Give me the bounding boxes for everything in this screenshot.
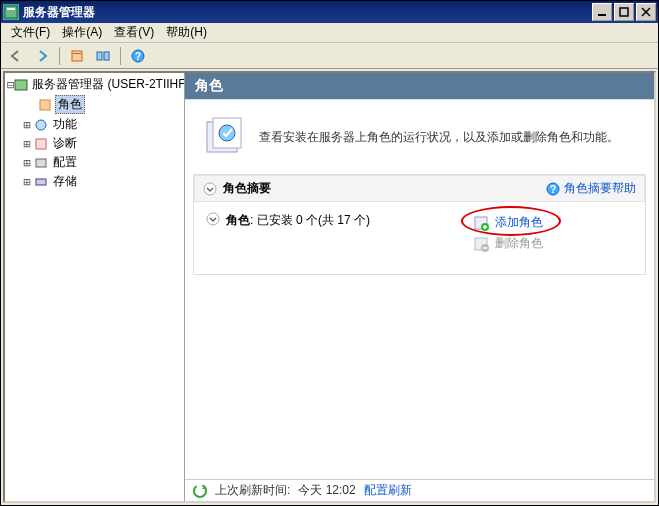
statusbar: 上次刷新时间: 今天 12:02 配置刷新	[185, 479, 654, 501]
tree-item-features[interactable]: ⊞ 功能	[5, 115, 184, 134]
svg-rect-8	[97, 52, 102, 60]
add-role-action[interactable]: 添加角色	[473, 212, 633, 233]
expand-icon[interactable]: ⊞	[21, 137, 33, 151]
minimize-button[interactable]	[592, 3, 612, 21]
section-title: 角色摘要	[223, 180, 271, 197]
svg-point-29	[194, 485, 206, 497]
tree-item-roles[interactable]: 角色	[5, 94, 184, 115]
remove-role-link: 删除角色	[495, 235, 543, 252]
nav-forward-button[interactable]	[31, 45, 53, 67]
svg-rect-9	[104, 52, 109, 60]
menu-file[interactable]: 文件(F)	[5, 22, 56, 43]
expand-icon[interactable]: ⊟	[7, 78, 14, 92]
section-help-link[interactable]: 角色摘要帮助	[564, 180, 636, 197]
svg-rect-3	[620, 8, 628, 16]
svg-point-21	[204, 183, 216, 195]
add-role-link[interactable]: 添加角色	[495, 214, 543, 231]
configure-refresh-link[interactable]: 配置刷新	[364, 482, 412, 499]
intro-text: 查看安装在服务器上角色的运行状况，以及添加或删除角色和功能。	[259, 129, 619, 146]
tree-item-storage[interactable]: ⊞ 存储	[5, 172, 184, 191]
svg-rect-16	[36, 159, 46, 167]
roles-label: 角色	[226, 213, 250, 227]
tree-pane: ⊟ 服务器管理器 (USER-2TIIHF 角色 ⊞ 功能 ⊞ 诊断 ⊞	[5, 73, 185, 501]
collapse-icon[interactable]	[203, 182, 217, 196]
window-title: 服务器管理器	[23, 4, 592, 21]
tree-root-label: 服务器管理器 (USER-2TIIHF	[30, 76, 185, 93]
tree-root[interactable]: ⊟ 服务器管理器 (USER-2TIIHF	[5, 75, 184, 94]
collapse-icon[interactable]	[206, 212, 220, 226]
tree-label-roles: 角色	[55, 95, 85, 114]
svg-rect-7	[73, 53, 81, 54]
help-icon: ?	[546, 182, 560, 196]
nav-back-button[interactable]	[5, 45, 27, 67]
menu-view[interactable]: 查看(V)	[108, 22, 160, 43]
menu-action[interactable]: 操作(A)	[56, 22, 108, 43]
svg-text:?: ?	[550, 184, 556, 195]
remove-role-action: 删除角色	[473, 233, 633, 254]
tree-label-config: 配置	[51, 154, 79, 171]
maximize-button[interactable]	[614, 3, 634, 21]
roles-status: 已安装 0 个(共 17 个)	[257, 213, 370, 227]
toolbar-help-button[interactable]: ?	[127, 45, 149, 67]
svg-rect-13	[40, 100, 50, 110]
add-icon	[473, 215, 489, 231]
tree-label-diagnostics: 诊断	[51, 135, 79, 152]
tree-item-diagnostics[interactable]: ⊞ 诊断	[5, 134, 184, 153]
expand-icon[interactable]: ⊞	[21, 175, 33, 189]
svg-rect-2	[598, 14, 606, 16]
expand-icon[interactable]: ⊞	[21, 118, 33, 132]
svg-text:?: ?	[135, 51, 141, 62]
main-pane: 角色 查看安装在服务器上角色的运行状况，以及添加或删除角色和功能。 角色摘要	[185, 73, 654, 501]
status-label: 上次刷新时间:	[215, 482, 290, 499]
remove-icon	[473, 236, 489, 252]
diagnostics-icon	[33, 136, 49, 152]
app-icon	[3, 4, 19, 20]
roles-large-icon	[203, 116, 245, 158]
expand-icon[interactable]: ⊞	[21, 156, 33, 170]
toolbar: ?	[1, 43, 658, 69]
toolbar-refresh-button[interactable]	[92, 45, 114, 67]
storage-icon	[33, 174, 49, 190]
svg-rect-15	[36, 139, 46, 149]
tree-item-config[interactable]: ⊞ 配置	[5, 153, 184, 172]
status-time: 今天 12:02	[298, 482, 355, 499]
svg-rect-0	[5, 6, 17, 18]
svg-point-14	[36, 120, 46, 130]
roles-summary-section: 角色摘要 ? 角色摘要帮助 角色:	[193, 174, 646, 275]
tree-label-features: 功能	[51, 116, 79, 133]
refresh-status-icon	[193, 484, 207, 498]
svg-rect-12	[15, 80, 27, 90]
svg-rect-1	[7, 8, 15, 10]
svg-point-20	[219, 125, 235, 141]
titlebar: 服务器管理器	[1, 1, 658, 23]
main-header: 角色	[185, 73, 654, 99]
close-button[interactable]	[636, 3, 656, 21]
toolbar-properties-button[interactable]	[66, 45, 88, 67]
server-icon	[14, 77, 28, 93]
tree-label-storage: 存储	[51, 173, 79, 190]
svg-rect-17	[36, 179, 46, 185]
features-icon	[33, 117, 49, 133]
menubar: 文件(F) 操作(A) 查看(V) 帮助(H)	[1, 23, 658, 43]
roles-icon	[37, 97, 53, 113]
menu-help[interactable]: 帮助(H)	[160, 22, 213, 43]
config-icon	[33, 155, 49, 171]
svg-rect-6	[72, 51, 82, 61]
svg-point-24	[207, 213, 219, 225]
